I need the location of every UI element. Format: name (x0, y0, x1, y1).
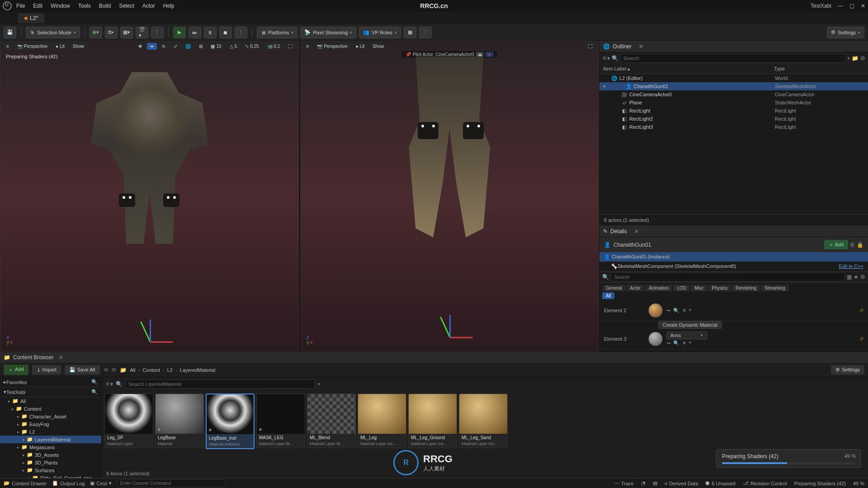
browse-to-icon[interactable]: 🔍 (673, 308, 679, 314)
vp-perspective-dropdown-2[interactable]: 📷 Perspective (314, 43, 350, 50)
add-component-button[interactable]: ＋ Add (824, 240, 848, 249)
vp-show-dropdown-2[interactable]: Show (369, 43, 387, 50)
breadcrumb-item[interactable]: LayeredMaterial (180, 367, 216, 373)
reset-icon[interactable]: ✕ (682, 340, 686, 346)
outliner-row[interactable]: ▱PlaneStaticMeshActor (599, 99, 868, 107)
console-input[interactable] (117, 479, 226, 487)
use-selected-icon[interactable]: ↪ (666, 308, 670, 314)
breadcrumb-item[interactable]: Content (142, 367, 160, 373)
menu-window[interactable]: Window (51, 3, 70, 9)
visibility-icon[interactable]: 👁 (602, 84, 607, 89)
outliner-close-button[interactable]: ✕ (639, 43, 643, 50)
content-drawer-button[interactable]: 📂 Content Drawer (4, 480, 47, 486)
document-tab[interactable]: L2* (18, 13, 44, 23)
tree-item[interactable]: ▸📁Megascans (0, 443, 101, 451)
surface-snap[interactable]: ⊞ (196, 43, 206, 50)
revision-control-button[interactable]: ⎇ Revision Control (743, 480, 787, 486)
tree-item[interactable]: ▸📁Dirty_Soil_Ground_xeo (0, 474, 101, 478)
asset-tile[interactable]: ★ LegBase Material (155, 394, 204, 448)
save-button[interactable]: 💾 (4, 27, 16, 38)
options-icon[interactable]: ▾ (689, 308, 691, 314)
pixel-streaming-dropdown[interactable]: 📡 Pixel Streaming ▾ (300, 27, 356, 38)
angle-snap[interactable]: △ 5 (226, 43, 241, 50)
lock-button[interactable]: 🔒 (857, 242, 863, 248)
tree-item[interactable]: ▸📁Surfaces (0, 466, 101, 474)
history-fwd-button[interactable]: ⟳ (112, 367, 116, 373)
marketplace-button[interactable]: ⧉▾ (105, 27, 118, 38)
transform-gizmo-2[interactable] (431, 301, 467, 338)
play-options-button[interactable]: ⋮ (235, 27, 247, 38)
play-button[interactable]: ▶ (173, 27, 186, 38)
cb-tree[interactable]: ▸ Favorites🔍 ▾ TestXabi🔍 ▸📁All▸📁Content▸… (0, 377, 102, 478)
use-selected-icon[interactable]: ↪ (666, 340, 670, 346)
new-folder-button[interactable]: 📁 (852, 55, 859, 61)
search-icon[interactable]: 🔍 (91, 389, 98, 395)
tree-item[interactable]: ▸📁EasyFog (0, 420, 101, 428)
details-fav-button[interactable]: ★ (854, 274, 859, 280)
outliner-row[interactable]: 🌐L2 (Editor)World (599, 74, 868, 82)
details-tab[interactable]: LOD (673, 285, 690, 291)
reset-icon[interactable]: ✕ (682, 308, 686, 314)
details-tab[interactable]: Animation (645, 285, 672, 291)
breadcrumb-item[interactable]: All (130, 367, 136, 373)
outliner-search-input[interactable] (620, 54, 846, 63)
tree-item[interactable]: ▸📁Character_Asset (0, 413, 101, 420)
menu-select[interactable]: Select (119, 3, 134, 9)
breadcrumb-item[interactable]: L2 (167, 367, 173, 373)
cinematics-button[interactable]: 🎬▾ (136, 27, 148, 38)
reset-to-default-icon[interactable]: ↺ (859, 336, 863, 342)
layout-button[interactable]: ▦ (404, 27, 416, 38)
tree-item[interactable]: ▸📁All (0, 397, 101, 405)
menu-build[interactable]: Build (99, 3, 111, 9)
details-tab[interactable]: Physics (708, 285, 731, 291)
outliner-row[interactable]: ◧RectLightRectLight (599, 107, 868, 115)
history-back-button[interactable]: ⟲ (104, 367, 108, 373)
menu-actor[interactable]: Actor (142, 3, 155, 9)
breadcrumb[interactable]: All›Content›L2›LayeredMaterial (130, 367, 216, 373)
close-button[interactable]: ✕ (861, 3, 865, 9)
tree-item[interactable]: ▸📁3D_Plants (0, 459, 101, 466)
asset-tile[interactable]: ML_Leg Material Layer Ins... (358, 394, 406, 448)
vp-roles-dropdown[interactable]: 👥 VP Roles ▾ (359, 27, 401, 38)
details-close-button[interactable]: ✕ (634, 228, 639, 235)
vp-lit-dropdown[interactable]: ● Lit (52, 43, 68, 50)
details-tab-all[interactable]: All (602, 292, 614, 299)
cmd-dropdown[interactable]: ▣ Cmd ▾ (90, 480, 111, 486)
asset-tile[interactable]: Leg_SP Material Layer (104, 394, 153, 448)
derived-data-button[interactable]: ≡ Derived Data (665, 481, 698, 486)
tree-item[interactable]: ▸📁LayeredMaterial (0, 436, 101, 443)
options-icon[interactable]: ▾ (689, 340, 691, 346)
pause-button[interactable]: ⏸ (204, 27, 217, 38)
outliner-row[interactable]: ◧RectLight3RectLight (599, 123, 868, 131)
vp-show-dropdown[interactable]: Show (70, 43, 87, 50)
cb-saveall-button[interactable]: 💾 Save All (65, 365, 100, 375)
browse-button[interactable]: ⎘ (851, 242, 854, 248)
details-tab[interactable]: Misc (691, 285, 708, 291)
cb-import-button[interactable]: ⤓ Import (32, 365, 61, 375)
outliner-row[interactable]: 👁👤CharwithGun01SkeletalMeshActor (599, 82, 868, 90)
outliner-list[interactable]: 🌐L2 (Editor)World👁👤CharwithGun01Skeletal… (599, 74, 868, 214)
coord-toggle[interactable]: 🌐 (182, 43, 194, 50)
perf-icon[interactable]: ◔ (641, 480, 646, 486)
maximize-viewport-2[interactable]: ⛶ (585, 43, 596, 50)
toolbar-more-button[interactable]: ⋮ (419, 27, 432, 38)
browse-to-icon[interactable]: 🔍 (673, 340, 679, 346)
scale-snap[interactable]: ⤡ 0.25 (242, 43, 262, 50)
component-row[interactable]: 🦴 SkeletalMeshComponent (SkeletalMeshCom… (599, 262, 868, 271)
details-search-input[interactable] (611, 272, 845, 282)
select-tool[interactable]: ✥ (135, 43, 145, 50)
details-tab[interactable]: Actor (627, 285, 644, 291)
project-section[interactable]: TestXabi (6, 389, 25, 395)
instance-row[interactable]: 👤 CharwithGun01 (Instance) (599, 252, 868, 262)
stats-icon[interactable]: ▤ (653, 480, 657, 486)
asset-tile[interactable]: ML_Blend Material Layer Bl... (307, 394, 356, 448)
search-options[interactable]: ▾ (848, 56, 850, 61)
stop-button[interactable]: ⏹ (219, 27, 232, 38)
vp-menu-button-2[interactable]: ≡ (303, 43, 312, 50)
outliner-row[interactable]: 🎥CineCameraActor0CineCameraActor (599, 90, 868, 99)
folder-icon[interactable]: 📁 (120, 367, 127, 373)
cb-settings-button[interactable]: ⚙ Settings (831, 365, 864, 375)
favorites-section[interactable]: Favorites (6, 380, 27, 385)
menu-edit[interactable]: Edit (33, 3, 42, 9)
grid-snap[interactable]: ▦ 10 (208, 43, 224, 50)
